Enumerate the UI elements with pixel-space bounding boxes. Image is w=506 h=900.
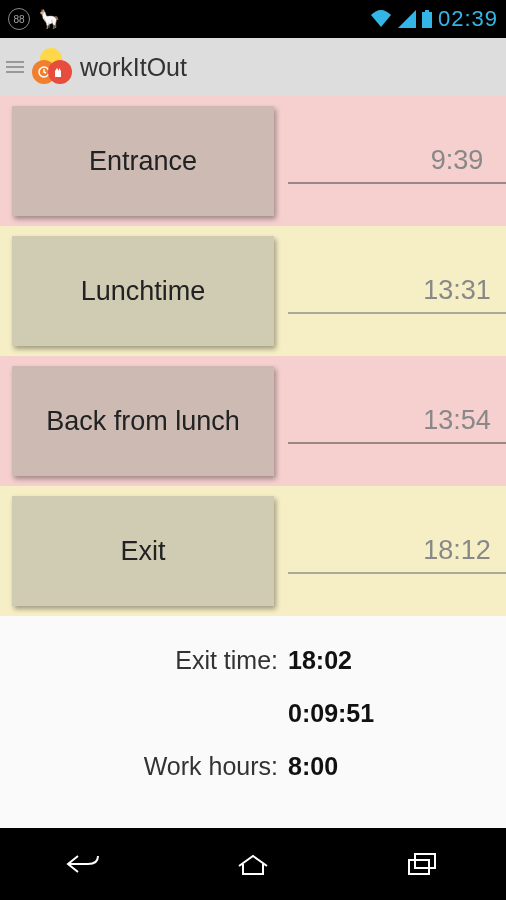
back-from-lunch-time-input[interactable] — [288, 398, 506, 444]
battery-indicator: 88 — [8, 8, 30, 30]
summary-panel: Exit time: 18:02 0:09:51 Work hours: 8:0… — [0, 616, 506, 825]
back-button[interactable] — [44, 844, 124, 884]
clock-text: 02:39 — [438, 6, 498, 32]
app-title: workItOut — [80, 53, 187, 82]
svg-rect-0 — [422, 12, 432, 28]
time-row-1: Lunchtime — [0, 226, 506, 356]
status-bar: 88 🦙 02:39 — [0, 0, 506, 38]
work-hours-label: Work hours: — [20, 752, 288, 781]
signal-icon — [398, 10, 416, 28]
nav-bar — [0, 828, 506, 900]
time-row-3: Exit — [0, 486, 506, 616]
time-row-2: Back from lunch — [0, 356, 506, 486]
back-from-lunch-button[interactable]: Back from lunch — [12, 366, 274, 476]
exit-button[interactable]: Exit — [12, 496, 274, 606]
home-button[interactable] — [213, 844, 293, 884]
app-bar: workItOut — [0, 38, 506, 96]
exit-time-label: Exit time: — [20, 646, 288, 675]
entrance-button[interactable]: Entrance — [12, 106, 274, 216]
svg-rect-1 — [425, 10, 429, 12]
entrance-time-input[interactable] — [288, 138, 506, 184]
lunchtime-button[interactable]: Lunchtime — [12, 236, 274, 346]
battery-icon — [422, 10, 432, 28]
exit-time-input[interactable] — [288, 528, 506, 574]
app-logo — [30, 46, 72, 88]
lunchtime-time-input[interactable] — [288, 268, 506, 314]
recent-button[interactable] — [382, 844, 462, 884]
exit-time-value: 18:02 — [288, 646, 486, 675]
menu-icon[interactable] — [6, 61, 24, 73]
wifi-icon — [370, 10, 392, 28]
work-hours-value: 8:00 — [288, 752, 486, 781]
time-row-0: Entrance — [0, 96, 506, 226]
llama-icon: 🦙 — [38, 8, 60, 30]
overtime-value: 0:09:51 — [288, 699, 486, 728]
